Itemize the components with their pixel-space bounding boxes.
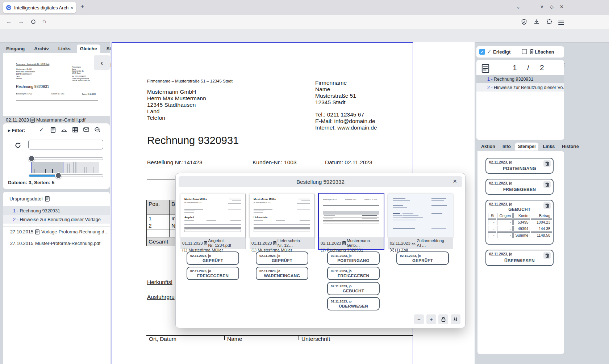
linked-doc-name: Angebot-Nr.-1234.pdf: [208, 238, 243, 248]
linked-doc-name: Zollanmeldung-AT…: [417, 238, 451, 248]
range-slider-top-handle[interactable]: [28, 155, 35, 162]
stamp-gebucht[interactable]: 02.11.2023, jo GEBUCHT: [327, 282, 380, 295]
gebucht-cell: -: [497, 232, 513, 238]
stamp-gebucht[interactable]: 02.11.2023, jo GEBUCHT St Gegen Konto Be…: [485, 200, 554, 245]
tab-historie[interactable]: Historie: [559, 143, 582, 151]
tab-aktion[interactable]: Aktion: [478, 143, 498, 151]
pages-panel: 1 / 2 1 - Rechnung 9320931 2 - Hinweise …: [476, 60, 564, 140]
collapse-panel-button[interactable]: ‹: [94, 55, 110, 70]
doc-recipient-line: Mustermann GmbH: [147, 89, 206, 95]
stamp-wareneingang[interactable]: 02.11.2023, jo WARENEINGANG: [256, 267, 308, 280]
page-label: Rechnung 9320931: [494, 77, 533, 82]
reload-icon[interactable]: [30, 19, 36, 26]
dialog-dock-icon[interactable]: [451, 314, 460, 324]
thumb-sender-line: Firmenname – Musterstraße 51 – 12345 Sta…: [16, 63, 49, 65]
linked-doc-thumbnail-rechnung[interactable]: Bestellung Nr.:141423 Kunden-Nr.: 1003 D…: [319, 194, 384, 237]
extensions-puzzle-icon[interactable]: [546, 19, 552, 26]
tab-links[interactable]: Links: [55, 45, 74, 53]
linked-doc-thumbnail-angebot[interactable]: Musterfirma Müller Ihr Servicepartner fü…: [180, 194, 245, 237]
source-page-row-1[interactable]: 1 - Rechnung 9320931: [3, 206, 110, 215]
forward-icon[interactable]: →: [18, 18, 24, 25]
filter-grid-icon[interactable]: [72, 127, 78, 134]
stamp-label: GEPRÜFT: [397, 258, 448, 263]
tab-links[interactable]: Links: [540, 143, 558, 151]
doc-company-line: 12345 Stadt: [315, 99, 356, 106]
stamp-ueberwiesen[interactable]: 02.11.2023, jo ÜBERWIESEN: [485, 250, 554, 266]
new-tab-button[interactable]: +: [80, 4, 84, 10]
back-icon[interactable]: ←: [6, 18, 12, 25]
dialog-close-icon[interactable]: ×: [453, 177, 457, 185]
linked-doc-caption[interactable]: 01.11.2023 Lieferschein-Nr.-12… (1) Must…: [250, 237, 314, 249]
dialog-zoom-out-button[interactable]: −: [414, 314, 424, 324]
stamp-geprueft[interactable]: 02.11.2023, jo GEPRÜFT: [187, 251, 239, 265]
page-row-selected[interactable]: 1 - Rechnung 9320931: [476, 75, 564, 83]
stamp-freigegeben[interactable]: 02.11.2023, jo FREIGEGEBEN: [485, 179, 554, 195]
file-row-1[interactable]: 27.10.2015 Vorlage-Proforma-Rechnung.d…: [3, 226, 110, 237]
filter-arrow-icon[interactable]: ▸: [8, 128, 11, 133]
window-minimize-icon[interactable]: ∨: [540, 4, 544, 9]
filter-reset-icon[interactable]: [14, 142, 21, 150]
mini-text-bar: [254, 220, 263, 221]
delete-label: Löschen: [535, 49, 554, 55]
tab-info[interactable]: Info: [500, 143, 514, 151]
tab-gleiche[interactable]: Gleiche: [77, 45, 100, 53]
filter-comment-icon[interactable]: [94, 127, 100, 134]
linked-doc-thumbnail-zoll[interactable]: [388, 194, 453, 237]
stamp-geprueft[interactable]: 02.11.2023, jo GEPRÜFT: [256, 251, 308, 265]
mini-text-bar: [431, 200, 444, 201]
stamp-freigegeben[interactable]: 02.11.2023, jo FREIGEGEBEN: [187, 267, 239, 280]
window-maximize-icon[interactable]: ◇: [550, 4, 554, 9]
linked-doc-caption[interactable]: 01.11.2023 Angebot-Nr.-1234.pdf (1) Must…: [180, 237, 245, 249]
source-page-row-2[interactable]: 2 - Hinweise zur Benutzung dieser Vorlag…: [3, 215, 110, 224]
delete-checkbox[interactable]: [522, 49, 527, 54]
home-icon[interactable]: ⌂: [42, 18, 46, 24]
thumb-recipient: Mustermann GmbH Herrn Max Mustermann 123…: [16, 68, 35, 80]
dialog-zoom-in-button[interactable]: +: [426, 314, 436, 324]
gebucht-cell: Summe: [513, 232, 530, 238]
dialog-lock-icon[interactable]: [438, 314, 448, 324]
stamp-ueberwiesen[interactable]: 02.11.2023, jo ÜBERWIESEN: [327, 297, 380, 310]
browser-menu-icon[interactable]: [558, 20, 564, 26]
tab-eingang[interactable]: Eingang: [3, 45, 28, 53]
mini-text-bar: [402, 215, 418, 216]
download-icon[interactable]: [534, 19, 540, 26]
mini-company: Musterfirma Müller: [254, 198, 276, 200]
file-date: 27.10.2015: [10, 229, 33, 234]
document-thumbnail[interactable]: Firmenname – Musterstraße 51 – 12345 Sta…: [11, 56, 101, 105]
pages-document-icon: [481, 64, 489, 75]
mini-text-bar: [362, 219, 377, 219]
filter-check-icon[interactable]: ✓: [39, 127, 44, 133]
stamp-delete-button[interactable]: [543, 252, 551, 259]
tab-close-icon[interactable]: ×: [70, 5, 73, 10]
mini-text-bar: [431, 228, 446, 229]
stamp-posteingang[interactable]: 02.11.2023, jo POSTEINGANG: [485, 158, 554, 174]
filter-scanner-icon[interactable]: [61, 128, 67, 134]
range-slider-bottom-track[interactable]: [29, 174, 103, 177]
mini-text-bar: [300, 220, 310, 221]
histogram-bar: [52, 169, 53, 173]
linked-doc-thumbnail-lieferschein[interactable]: Musterfirma Müller Ihr Servicepartner fü…: [250, 194, 314, 237]
page-row[interactable]: 2 - Hinweise zur Benutzung dieser Vo…: [476, 83, 564, 92]
linked-doc-caption[interactable]: 02.11.2023 Zollanmeldung-AT… (1) Zoll: [388, 237, 453, 249]
filter-document-icon[interactable]: [50, 127, 56, 134]
stamp-geprueft[interactable]: 02.11.2023, jo GEPRÜFT: [396, 251, 449, 265]
range-slider-bottom-handle[interactable]: [55, 172, 62, 179]
filter-mail-icon[interactable]: [83, 127, 89, 134]
stamp-freigegeben[interactable]: 02.11.2023, jo FREIGEGEBEN: [327, 267, 380, 280]
tab-stempel[interactable]: Stempel: [515, 143, 539, 151]
filter-text-input[interactable]: [28, 140, 103, 149]
tab-archiv[interactable]: Archiv: [31, 45, 52, 53]
linked-doc-caption-selected[interactable]: 02.11.2023 Mustermann-Gmb… (1) Rechnung …: [319, 237, 384, 249]
gebucht-header: St: [488, 213, 496, 219]
dialog-titlebar[interactable]: Bestellung 5929332: [179, 176, 462, 187]
stamp-posteingang[interactable]: 02.11.2023, jo POSTEINGANG: [327, 251, 380, 265]
done-checkbox[interactable]: ✓: [479, 49, 485, 55]
list-tabs-chevron-icon[interactable]: ⌄: [516, 4, 521, 9]
range-slider-top-track[interactable]: [31, 157, 103, 160]
stamp-meta: 02.11.2023, jo: [400, 254, 421, 258]
window-close-icon[interactable]: ✕: [560, 4, 564, 9]
browser-tab[interactable]: Intelligentes digitales Arch ×: [3, 2, 76, 13]
file-row-2[interactable]: 27.10.2015 Muster-Proforma-Rechnung.pdf: [3, 238, 110, 249]
left-sidebar: Eingang Archiv Links Gleiche Status Firm…: [0, 42, 110, 364]
shield-icon[interactable]: [521, 19, 527, 26]
